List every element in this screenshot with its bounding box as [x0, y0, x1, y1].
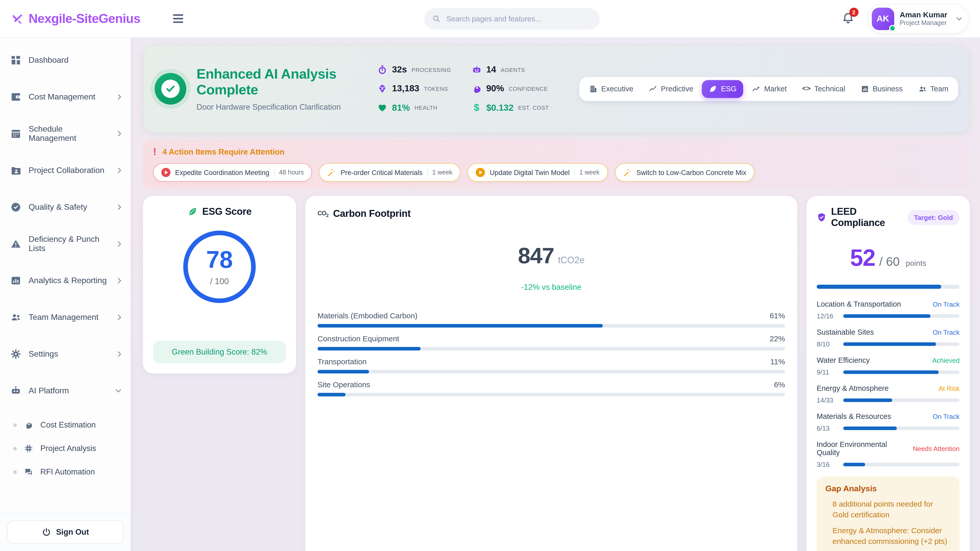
- sidebar-item-quality-safety[interactable]: Quality & Safety: [0, 189, 130, 225]
- bar-fill: [318, 393, 345, 396]
- menu-toggle-button[interactable]: [170, 11, 186, 26]
- ai-analysis-title: Enhanced AI Analysis Complete: [197, 66, 364, 98]
- chevron-right-icon: [116, 204, 121, 210]
- sidebar-item-cost-management[interactable]: Cost Management: [0, 79, 130, 115]
- leaf-icon: [709, 84, 718, 93]
- co2-icon: CO2: [318, 210, 328, 218]
- leed-target-badge: Target: Gold: [907, 210, 959, 225]
- sign-out-button[interactable]: Sign Out: [7, 520, 124, 544]
- alert-exclamation-icon: !: [153, 146, 156, 158]
- gear-icon: [10, 348, 21, 360]
- chip-icon: [24, 444, 33, 453]
- sidebar-item-deficiency-punch-lists[interactable]: Deficiency & Punch Lists: [0, 225, 130, 262]
- green-building-score: Green Building Score: 82%: [153, 341, 286, 363]
- due-time-badge: 1 week: [427, 169, 452, 176]
- trend-sparkle-icon: [649, 84, 657, 93]
- action-items-banner: ! 4 Action Items Require Attention Exped…: [143, 140, 970, 189]
- bar-fill: [843, 463, 865, 466]
- leaf-icon: [188, 206, 198, 217]
- carbon-bar-row: Construction Equipment22%: [318, 334, 785, 351]
- sidebar-item-ai-platform[interactable]: AI Platform: [0, 372, 130, 409]
- bar-fill: [843, 399, 892, 402]
- sidebar-subitem-rfi-automation[interactable]: RFI Automation: [0, 460, 130, 484]
- tab-executive[interactable]: Executive: [582, 80, 640, 98]
- sidebar-subitem-project-analysis[interactable]: Project Analysis: [0, 437, 130, 460]
- status-badge: On Track: [933, 328, 960, 336]
- leed-row: Materials & ResourcesOn Track 6/13: [817, 412, 959, 432]
- chevron-right-icon: [116, 168, 121, 173]
- leed-score-value: 52: [850, 244, 875, 272]
- gap-analysis-title: Gap Analysis: [825, 484, 951, 493]
- token-icon: [377, 83, 387, 94]
- action-chip-preorder-materials[interactable]: Pre-order Critical Materials 1 week: [319, 163, 461, 182]
- bar-fill: [843, 427, 897, 430]
- sidebar-item-schedule-management[interactable]: Schedule Management: [0, 115, 130, 152]
- chevron-down-icon: [116, 387, 121, 393]
- action-chip-expedite-meeting[interactable]: Expedite Coordination Meeting 48 hours: [153, 163, 312, 182]
- tab-business[interactable]: Business: [854, 80, 909, 98]
- user-menu[interactable]: AK Aman Kumar Project Manager: [867, 4, 969, 33]
- action-items-title: 4 Action Items Require Attention: [162, 148, 285, 157]
- tab-market[interactable]: Market: [745, 80, 794, 98]
- shield-check-icon: [817, 212, 826, 223]
- robot-icon: [471, 65, 482, 75]
- tab-esg[interactable]: ESG: [702, 80, 743, 98]
- stat-processing: 32s PROCESSING: [377, 64, 451, 75]
- bar-track: [318, 393, 785, 396]
- status-badge: Achieved: [932, 356, 959, 364]
- avatar: AK: [872, 7, 894, 30]
- magic-wand-icon: [328, 168, 336, 177]
- play-circle-icon: [476, 168, 485, 177]
- bar-fill: [843, 342, 936, 346]
- carbon-footprint-card: CO2 Carbon Footprint 847tCO2e -12% vs ba…: [305, 196, 797, 551]
- ai-analysis-header: Enhanced AI Analysis Complete Door Hardw…: [155, 66, 364, 111]
- stat-health: 81% HEALTH: [377, 102, 451, 113]
- code-icon: <>: [802, 85, 811, 93]
- sidebar-subitem-cost-estimation[interactable]: Cost Estimation: [0, 413, 130, 437]
- quality-badge-icon: [10, 202, 21, 213]
- chevron-right-icon: [116, 241, 121, 247]
- sidebar-item-settings[interactable]: Settings: [0, 336, 130, 372]
- sidebar-item-analytics-reporting[interactable]: Analytics & Reporting: [0, 262, 130, 299]
- tab-team[interactable]: Team: [912, 80, 955, 98]
- people-icon: [918, 84, 927, 93]
- bullet-dot: [13, 447, 17, 450]
- carbon-card-title: Carbon Footprint: [333, 208, 410, 219]
- tab-predictive[interactable]: Predictive: [642, 80, 700, 98]
- gap-item: Energy & Atmosphere: Consider enhanced c…: [832, 525, 951, 546]
- chart-box-icon: [860, 84, 869, 93]
- tab-technical[interactable]: <> Technical: [795, 80, 852, 97]
- carbon-total-value: 847: [518, 243, 554, 268]
- bar-track: [318, 324, 785, 327]
- sidebar-item-team-management[interactable]: Team Management: [0, 299, 130, 336]
- sidebar-item-project-collaboration[interactable]: Project Collaboration: [0, 152, 130, 189]
- leed-row: Sustainable SitesOn Track 8/10: [817, 328, 959, 348]
- search-box[interactable]: [424, 8, 600, 29]
- bullet-dot: [13, 470, 17, 474]
- building-icon: [589, 84, 598, 93]
- due-time-badge: 1 week: [574, 169, 600, 176]
- esg-score-value: 78: [206, 248, 233, 272]
- bar-chart-icon: [10, 275, 21, 286]
- app-logo: Nexgile-SiteGenius: [11, 11, 140, 26]
- bar-track: [843, 370, 959, 374]
- bar-track: [843, 342, 959, 346]
- action-chip-low-carbon-concrete[interactable]: Switch to Low-Carbon Concrete Mix: [615, 163, 754, 182]
- sidebar-item-dashboard[interactable]: Dashboard: [0, 42, 130, 79]
- notifications-button[interactable]: 2: [837, 7, 858, 30]
- sidebar-footer: Sign Out: [0, 513, 130, 551]
- bar-track: [318, 347, 785, 351]
- search-input[interactable]: [445, 14, 592, 23]
- heart-icon: [377, 103, 387, 113]
- chat-icon: [24, 467, 33, 476]
- bar-track: [843, 463, 959, 466]
- user-role: Project Manager: [900, 19, 947, 27]
- status-badge: On Track: [933, 300, 960, 308]
- action-chip-update-digital-twin[interactable]: Update Digital Twin Model 1 week: [468, 163, 608, 182]
- user-name: Aman Kumar: [900, 10, 947, 19]
- user-meta: Aman Kumar Project Manager: [900, 10, 947, 27]
- online-status-dot: [889, 25, 896, 32]
- search-icon: [432, 14, 440, 23]
- carbon-baseline-delta: -12% vs baseline: [318, 283, 785, 292]
- stat-est-cost: $ $0.132 EST. COST: [471, 102, 549, 113]
